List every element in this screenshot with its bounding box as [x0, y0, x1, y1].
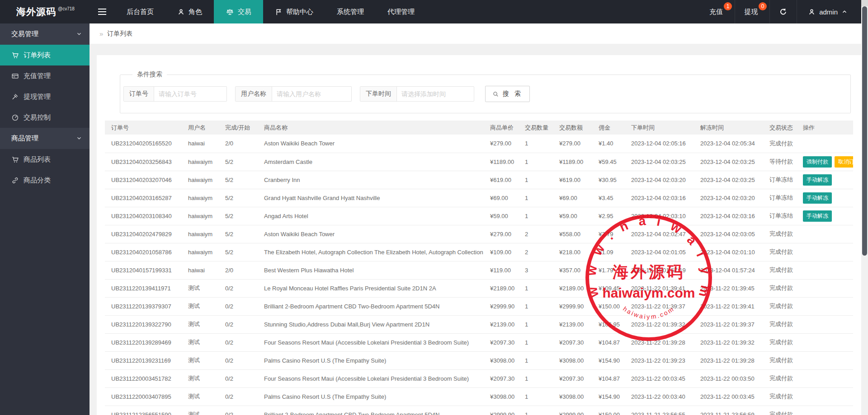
cell-commission: ¥150.00	[595, 297, 627, 315]
cell-username: 测试	[184, 333, 222, 351]
cell-order-no: UB2312040203108340	[105, 207, 184, 225]
hamburger-menu-button[interactable]	[90, 0, 115, 23]
username-label: 用户名称	[236, 87, 272, 101]
flag-icon	[275, 8, 283, 16]
cell-product-name: Best Western Plus Hiawatha Hotel	[260, 261, 486, 279]
cell-quantity: 1	[521, 135, 556, 153]
cell-order-time: 2023-12-04 02:02:47	[627, 225, 697, 243]
cell-commission: ¥109.45	[595, 279, 627, 297]
search-button[interactable]: 搜 索	[485, 86, 530, 102]
cell-product-name: The Elizabeth Hotel, Autograph Collectio…	[260, 243, 486, 261]
cancel-order-button[interactable]: 取消订单	[835, 156, 853, 168]
sidebar-group-label: 交易管理	[11, 30, 38, 38]
nav-item-label: 角色	[189, 8, 202, 16]
sidebar-group-label: 商品管理	[11, 134, 38, 143]
nav-item-trade[interactable]: 交易	[214, 0, 263, 23]
cell-username: haiwaiym	[184, 153, 222, 171]
cell-product-name: Aston Waikiki Beach Tower	[260, 135, 486, 153]
search-button-label: 搜 索	[503, 90, 523, 98]
sidebar-group-trade-management[interactable]: 交易管理	[0, 23, 90, 45]
cell-order-no: UB2311220139411971	[105, 279, 184, 297]
sidebar-item-withdraw-management[interactable]: 提现管理	[0, 86, 90, 107]
cell-quantity: 1	[521, 207, 556, 225]
nav-item-label: 交易	[238, 8, 251, 16]
cell-order-no: UB2312040203207046	[105, 171, 184, 189]
order-no-input[interactable]	[154, 87, 226, 101]
cell-unit-price: ¥2999.90	[486, 406, 521, 415]
cell-product-name: Palms Casino Resort U.S (The Empathy Sui…	[260, 351, 486, 369]
sidebar-item-product-list[interactable]: 商品列表	[0, 149, 90, 170]
cell-actions	[799, 243, 853, 261]
sidebar-item-trade-control[interactable]: 交易控制	[0, 107, 90, 128]
cell-unfreeze-time: 2023-12-04 02:03:25	[697, 171, 766, 189]
cell-actions	[799, 333, 853, 351]
sidebar-group-product-management[interactable]: 商品管理	[0, 128, 90, 149]
cell-actions	[799, 225, 853, 243]
user-icon	[177, 8, 185, 16]
cell-quantity: 1	[521, 189, 556, 207]
cell-commission: ¥2.95	[595, 207, 627, 225]
cell-status: 完成付款	[766, 279, 799, 297]
cell-product-name: Four Seasons Resort Maui (Accessible Lok…	[260, 333, 486, 351]
withdraw-label: 提现	[744, 8, 758, 16]
chevron-down-icon	[76, 135, 82, 141]
cell-status: 完成付款	[766, 387, 799, 406]
cell-product-name: Brilliant 2-Bedroom Apartment CBD Two-Be…	[260, 406, 486, 415]
cart-icon	[11, 156, 19, 163]
sidebar-item-order-list[interactable]: 订单列表	[0, 45, 90, 65]
nav-item-dashboard[interactable]: 后台首页	[115, 0, 165, 23]
sidebar-item-product-category[interactable]: 商品分类	[0, 170, 90, 191]
order-no-input-group: 订单号	[123, 86, 227, 102]
cell-commission: ¥3.45	[595, 189, 627, 207]
table-header-row: 订单号 用户名 完成/开始 商品名称 商品单价 交易数量 交易数额 佣金 下单时…	[105, 121, 853, 135]
table-row: UB2311220139411971 测试 0/2 Le Royal Monce…	[105, 279, 853, 297]
cell-actions	[799, 315, 853, 333]
nav-item-system[interactable]: 系统管理	[325, 0, 376, 23]
cell-username: 测试	[184, 369, 222, 387]
recharge-notice-button[interactable]: 充值 1	[700, 0, 735, 23]
table-row: UB2312040157199331 haiwai 2/0 Best Weste…	[105, 261, 853, 279]
cell-order-no: UB2311220139379307	[105, 297, 184, 315]
nav-item-help-center[interactable]: 帮助中心	[263, 0, 325, 23]
gavel-icon	[11, 93, 19, 101]
refresh-button[interactable]	[769, 0, 797, 23]
order-time-input[interactable]	[397, 87, 474, 101]
manual-unfreeze-button[interactable]: 手动解冻	[803, 192, 832, 204]
cell-commission: ¥104.87	[595, 369, 627, 387]
withdraw-notice-button[interactable]: 提现 0	[735, 0, 769, 23]
cell-unfreeze-time: 2023-11-22 01:39:37	[697, 315, 766, 333]
sidebar-item-recharge-management[interactable]: 充值管理	[0, 65, 90, 86]
cell-unit-price: ¥69.00	[486, 189, 521, 207]
nav-item-roles[interactable]: 角色	[165, 0, 214, 23]
username-input[interactable]	[272, 87, 351, 101]
cell-commission: ¥1.09	[595, 243, 627, 261]
cell-order-time: 2023-12-04 02:05:16	[627, 135, 697, 153]
nav-item-agents[interactable]: 代理管理	[376, 0, 426, 23]
cell-actions: 手动解冻	[799, 207, 853, 225]
manual-unfreeze-button[interactable]: 手动解冻	[803, 210, 832, 222]
manual-unfreeze-button[interactable]: 手动解冻	[803, 174, 832, 186]
force-pay-button[interactable]: 强制付款	[803, 156, 832, 168]
cell-product-name: Stunning Studio,Address Dubai Mall,Burj …	[260, 315, 486, 333]
admin-user-menu[interactable]: admin	[797, 0, 861, 23]
scrollbar-up-button[interactable]	[861, 0, 868, 6]
cell-username: haiwaiym	[184, 189, 222, 207]
cell-quantity: 1	[521, 387, 556, 406]
scrollbar-thumb[interactable]	[862, 6, 867, 256]
cell-amount: ¥558.00	[556, 225, 595, 243]
cell-status: 完成付款	[766, 297, 799, 315]
col-amount: 交易数额	[556, 121, 595, 135]
table-row: UB2311220139322790 测试 0/2 Stunning Studi…	[105, 315, 853, 333]
order-table-wrap: 订单号 用户名 完成/开始 商品名称 商品单价 交易数量 交易数额 佣金 下单时…	[105, 121, 853, 415]
cell-status: 完成付款	[766, 406, 799, 415]
cell-unit-price: ¥109.00	[486, 243, 521, 261]
cell-commission: ¥59.45	[595, 153, 627, 171]
cell-username: 测试	[184, 315, 222, 333]
table-row: UB2311220139231169 测试 0/2 Palms Casino R…	[105, 351, 853, 369]
card-icon	[11, 72, 19, 80]
cell-username: haiwaiym	[184, 243, 222, 261]
cell-actions	[799, 261, 853, 279]
cell-unfreeze-time: 2023-11-22 01:39:41	[697, 297, 766, 315]
table-row: UB2311220003451782 测试 0/2 Four Seasons R…	[105, 369, 853, 387]
cell-complete-start: 2/0	[222, 261, 260, 279]
